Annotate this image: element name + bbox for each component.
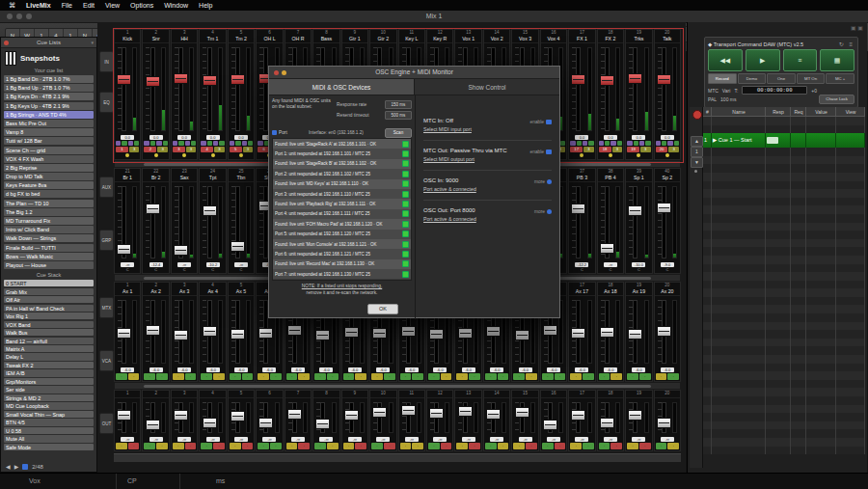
cue-go-button[interactable]: 1	[691, 147, 703, 157]
cue-table-row[interactable]	[703, 198, 865, 206]
fader-cap[interactable]	[117, 328, 131, 339]
strip-mini-button-3[interactable]	[588, 141, 593, 146]
fader-cap[interactable]	[287, 409, 302, 420]
scribble-label[interactable]: ·	[270, 443, 282, 449]
bank-scrollbar-thumb[interactable]	[144, 385, 651, 388]
scribble-label[interactable]: ·	[456, 443, 468, 449]
scribble-label[interactable]: ·	[185, 443, 197, 449]
strip-mini-button-2[interactable]	[583, 141, 587, 146]
info-icon[interactable]	[547, 209, 552, 214]
cue-table-row[interactable]	[703, 429, 865, 438]
strip-mini-button-3[interactable]	[674, 141, 679, 146]
fader-cap[interactable]	[372, 407, 387, 418]
fader-cap[interactable]	[258, 328, 273, 339]
scribble-label[interactable]: ·	[286, 443, 298, 449]
scribble-label[interactable]: ·	[242, 443, 254, 449]
strip-mini-button-1[interactable]	[634, 141, 638, 146]
cue-table-row[interactable]	[703, 297, 865, 306]
fader-cap[interactable]	[600, 418, 614, 428]
bank-button-in[interactable]: IN	[99, 51, 114, 72]
scribble-label[interactable]: ·	[384, 443, 395, 449]
bank-button-out[interactable]: OUT	[99, 413, 114, 434]
fader-cap[interactable]	[146, 325, 160, 336]
fader-cap[interactable]	[571, 204, 585, 214]
strip-mini-button-0[interactable]	[258, 141, 262, 146]
transport-mode-record[interactable]: Record	[708, 73, 737, 84]
cue-table-row[interactable]	[703, 313, 865, 322]
strip-mini-button-1[interactable]	[662, 141, 666, 146]
fader-cap[interactable]	[287, 325, 302, 336]
fader-cap[interactable]	[429, 408, 444, 419]
device-row[interactable]: Port 2: unit responded at 192.168.1.102 …	[273, 169, 411, 178]
scribble-label[interactable]: ·	[526, 443, 537, 449]
scribble-label[interactable]: ·	[327, 443, 339, 449]
transport-mode-one[interactable]: One	[767, 73, 796, 84]
bank-button-aux[interactable]: AUX	[99, 177, 114, 198]
scribble-label[interactable]: ·	[542, 443, 554, 449]
next-cue-button[interactable]: ▶	[14, 463, 19, 470]
fader-cap[interactable]	[315, 419, 330, 429]
list-item[interactable]: Walk Down — Strings	[4, 234, 94, 242]
list-item[interactable]: Bass Mic Pre Out	[4, 120, 94, 127]
list-item[interactable]: Playout — House	[4, 261, 94, 269]
fader-cap[interactable]	[628, 410, 642, 421]
strip-mini-button-2[interactable]	[610, 141, 615, 146]
device-row[interactable]: Found: live unit 'MD Keys' at 192.168.1.…	[273, 179, 411, 189]
cue-color-chip[interactable]	[22, 464, 28, 470]
fader-cap[interactable]	[628, 329, 642, 340]
strip-mini-button-0[interactable]	[599, 141, 604, 146]
scribble-label[interactable]: ·	[213, 373, 225, 380]
scribble-label[interactable]: ·	[412, 373, 423, 380]
fader-cap[interactable]	[515, 330, 529, 340]
fader-cap[interactable]	[628, 73, 642, 84]
list-item[interactable]: 2 Big Reprise	[4, 164, 94, 172]
cue-table-row[interactable]	[703, 447, 865, 455]
scribble-label[interactable]: ·	[384, 373, 395, 380]
scribble-label[interactable]: ·	[610, 443, 622, 449]
strip-mini-button-1[interactable]	[577, 141, 582, 146]
list-item[interactable]: PA in Hall w/ Band Check	[4, 305, 94, 312]
fader-cap[interactable]	[458, 328, 473, 339]
list-item[interactable]: Vox Rig 1	[4, 312, 94, 319]
cue-table-row[interactable]	[703, 346, 865, 355]
strip-mini-button-3[interactable]	[134, 141, 139, 146]
transport-mode-demo[interactable]: Demo	[738, 73, 767, 84]
scribble-label[interactable]: ·	[298, 443, 310, 449]
scan-button[interactable]: Scan	[385, 128, 412, 138]
scribble-label[interactable]: ·	[542, 373, 554, 380]
list-item[interactable]: The Plan — TD 10	[4, 200, 94, 207]
strip-mini-button-0[interactable]	[570, 141, 575, 146]
enable-toggle[interactable]	[546, 120, 552, 124]
cue-table-row[interactable]	[703, 223, 865, 231]
strip-mini-button-3[interactable]	[191, 141, 196, 146]
device-row[interactable]: Port 1: unit responded at 192.168.1.101 …	[273, 149, 411, 158]
fader-cap[interactable]	[401, 326, 416, 337]
scribble-label[interactable]: ·	[314, 373, 326, 380]
list-item[interactable]: Tweak FX 2	[4, 362, 94, 368]
scribble-label[interactable]: ·	[201, 443, 212, 449]
cue-table-row[interactable]	[703, 421, 865, 430]
scribble-label[interactable]: ·	[144, 443, 155, 449]
scribble-label[interactable]: ·	[656, 373, 667, 380]
strip-mini-button-3[interactable]	[219, 141, 224, 146]
scribble-label[interactable]: ·	[498, 443, 509, 449]
scribble-label[interactable]: ·	[400, 373, 412, 380]
list-item[interactable]: Band 12 — air/full	[4, 338, 94, 344]
list-item[interactable]: 1 Bg Band Up · 2TB 1.0 7%	[4, 84, 94, 92]
fader-cap[interactable]	[344, 327, 359, 338]
scribble-label[interactable]: ·	[412, 443, 423, 449]
cue-table-row[interactable]	[703, 305, 865, 313]
section-link[interactable]: Port active & connected	[423, 186, 552, 192]
scribble-label[interactable]: ·	[343, 373, 355, 380]
cue-up-button[interactable]: ▲	[691, 136, 703, 147]
strip-mini-button-3[interactable]	[163, 141, 168, 146]
ok-button[interactable]: OK	[367, 304, 398, 314]
fader-cap[interactable]	[372, 328, 387, 339]
section-link[interactable]: Select MIDI input port	[423, 126, 552, 132]
fader-cap[interactable]	[117, 74, 131, 85]
scribble-label[interactable]: ·	[173, 443, 184, 449]
fader-cap[interactable]	[628, 205, 642, 216]
scribble-label[interactable]: ·	[355, 443, 366, 449]
strip-mini-button-1[interactable]	[178, 141, 183, 146]
fader-cap[interactable]	[486, 409, 501, 420]
